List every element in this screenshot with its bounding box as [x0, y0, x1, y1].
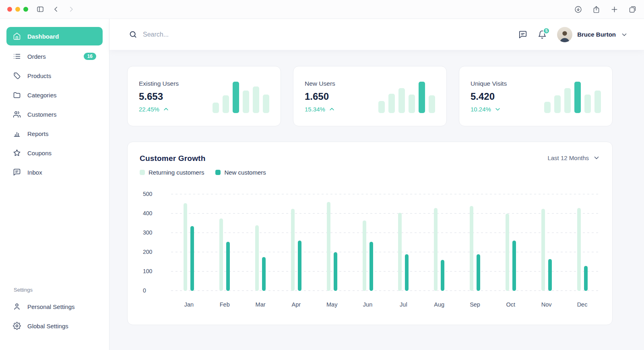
home-icon: [13, 32, 21, 40]
spark-bar: [544, 102, 551, 113]
user-menu[interactable]: Bruce Burton: [557, 27, 628, 42]
mini-bar-chart: [544, 79, 601, 113]
stat-change: 10.24%: [471, 106, 507, 113]
x-axis-tick: Nov: [528, 301, 564, 308]
tab-overview-icon[interactable]: [628, 5, 637, 14]
customer-growth-card: Customer Growth Last 12 Months Returning…: [127, 142, 613, 325]
bar-group: [564, 194, 600, 291]
bar: [541, 209, 545, 291]
chevron-down-icon: [621, 31, 628, 38]
stat-value: 5.653: [139, 91, 179, 102]
forward-icon[interactable]: [68, 6, 75, 13]
search-input[interactable]: [143, 31, 513, 38]
sidebar-item-customers[interactable]: Customers: [6, 105, 103, 124]
sidebar-item-global-settings[interactable]: Global Settings: [6, 316, 103, 336]
sidebar-item-personal-settings[interactable]: Personal Settings: [6, 297, 103, 316]
traffic-lights: [7, 7, 28, 12]
bar: [298, 241, 301, 291]
bars-layer: [171, 194, 600, 291]
x-axis-tick: Feb: [207, 301, 243, 308]
sidebar-item-dashboard[interactable]: Dashboard: [6, 27, 103, 45]
bar: [470, 206, 473, 291]
back-icon[interactable]: [52, 6, 60, 13]
sidebar-item-label: Global Settings: [27, 323, 68, 329]
x-axis-tick: Oct: [493, 301, 528, 308]
sidebar-item-products[interactable]: Products: [6, 66, 103, 85]
y-axis-tick: 100: [143, 268, 161, 274]
bar-chart-icon: [13, 130, 21, 138]
sidebar-item-coupons[interactable]: Coupons: [6, 143, 103, 163]
spark-bar: [594, 91, 601, 113]
bar-group: [171, 194, 207, 291]
trend-arrow-icon: [163, 106, 169, 112]
minimize-window-button[interactable]: [15, 7, 20, 12]
spark-bar: [419, 82, 425, 113]
window-titlebar: [0, 0, 644, 19]
zoom-window-button[interactable]: [23, 7, 28, 12]
x-axis-tick: Jun: [350, 301, 386, 308]
bar: [184, 203, 187, 291]
spark-bar: [233, 82, 239, 113]
bar: [219, 218, 223, 291]
sidebar-toggle-icon[interactable]: [36, 5, 44, 13]
stat-value: 5.420: [471, 91, 507, 102]
spark-bar: [584, 95, 591, 113]
bar-group: [243, 194, 279, 291]
stat-change-value: 10.24%: [471, 106, 491, 113]
search-icon: [129, 30, 137, 39]
stat-value: 1.650: [305, 91, 335, 102]
notifications-bell-icon[interactable]: 5: [538, 30, 547, 39]
bar: [477, 254, 480, 291]
legend-returning-customers: Returning customers: [140, 169, 204, 176]
share-icon[interactable]: [592, 5, 601, 14]
sidebar-item-label: Coupons: [27, 150, 52, 156]
sidebar-item-reports[interactable]: Reports: [6, 124, 103, 143]
spark-bar: [398, 88, 405, 113]
new-tab-icon[interactable]: [610, 5, 619, 14]
star-icon: [13, 149, 21, 157]
spark-bar: [429, 95, 435, 113]
message-icon: [13, 168, 21, 176]
stat-card-unique-visits: Unique Visits 5.420 10.24%: [459, 66, 613, 126]
sidebar-item-label: Inbox: [27, 169, 42, 176]
x-axis-tick: Mar: [243, 301, 279, 308]
sidebar-item-orders[interactable]: Orders 16: [6, 47, 103, 66]
range-dropdown[interactable]: Last 12 Months: [547, 154, 600, 161]
folder-icon: [13, 91, 21, 99]
bar-group: [278, 194, 314, 291]
messages-icon[interactable]: [518, 30, 527, 39]
list-icon: [13, 52, 21, 60]
spark-bar: [409, 95, 415, 113]
bar: [255, 225, 259, 291]
spark-bar: [213, 103, 219, 113]
stat-title: New Users: [305, 80, 335, 87]
chart-plot-area: 0100200300400500 JanFebMarAprMayJunJulAu…: [140, 194, 600, 308]
legend-swatch: [215, 170, 221, 175]
bar: [226, 242, 230, 291]
stat-change-value: 22.45%: [139, 106, 159, 113]
top-header: 5 Bruce Burton: [109, 19, 644, 50]
stat-card-new-users: New Users 1.650 15.34%: [293, 66, 447, 126]
stats-row: Existing Users 5.653 22.45% New Users: [127, 66, 613, 126]
stat-title: Unique Visits: [471, 80, 507, 87]
gear-icon: [13, 322, 21, 330]
users-icon: [13, 110, 21, 118]
bar-group: [350, 194, 386, 291]
sidebar-item-categories[interactable]: Categories: [6, 85, 103, 105]
x-axis-tick: Jul: [386, 301, 421, 308]
sidebar-item-inbox[interactable]: Inbox: [6, 163, 103, 182]
chart-title: Customer Growth: [140, 154, 205, 163]
bar: [441, 260, 444, 291]
sidebar-item-label: Customers: [27, 111, 57, 118]
close-window-button[interactable]: [7, 7, 12, 12]
bar: [584, 266, 588, 291]
bar: [548, 259, 552, 291]
bar: [405, 254, 409, 291]
bar-group: [457, 194, 493, 291]
spark-bar: [263, 95, 269, 113]
sidebar-item-label: Categories: [27, 92, 57, 99]
legend-new-customers: New customers: [215, 169, 266, 176]
bar: [262, 257, 266, 291]
download-icon[interactable]: [574, 5, 582, 14]
spark-bar: [388, 94, 395, 113]
